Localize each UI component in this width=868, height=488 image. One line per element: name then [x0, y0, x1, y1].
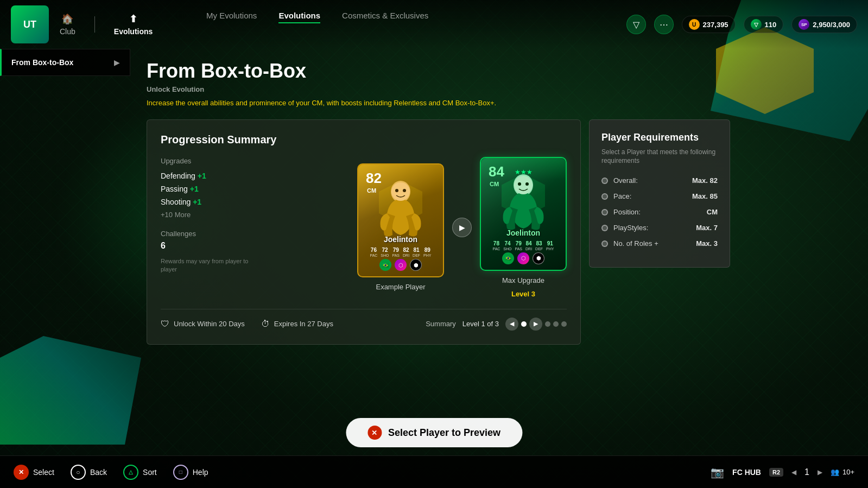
- expires-days-info: ⏱ Expires In 27 Days: [261, 319, 333, 329]
- level-label: Level 1 of 3: [462, 320, 499, 328]
- nav-evolutions[interactable]: ⬆ Evolutions: [114, 13, 153, 36]
- req-name-pace: Pace:: [613, 192, 631, 200]
- requirements-panel: Player Requirements Select a Player that…: [589, 119, 730, 268]
- svg-point-5: [514, 176, 533, 194]
- example-card-stats: 76PAC 72SHO 79PAS 82DRI 81DEF 89PHY: [370, 247, 431, 257]
- level-dot-4: [561, 321, 567, 327]
- currency-shield: ▽ 110: [744, 16, 784, 33]
- challenges-count: 6: [161, 241, 346, 251]
- sidebar: From Box-to-Box ▶: [0, 49, 130, 76]
- settings-icon-btn[interactable]: ⋯: [654, 15, 674, 34]
- bottom-right: 📷 FC HUB R2 ◀ 1 ▶ 👥 10+: [711, 466, 854, 479]
- example-card-name: Joelinton: [384, 235, 417, 244]
- main-content: From Box-to-Box Unlock Evolution Increas…: [130, 49, 868, 455]
- camera-icon: 📷: [711, 466, 724, 479]
- subnav-evolutions[interactable]: Evolutions: [278, 11, 320, 23]
- level-dots: ◀ ▶: [505, 318, 567, 331]
- club-badge: ⬡: [395, 259, 407, 271]
- expires-icon: ⏱: [261, 319, 270, 329]
- player-count: 👥 10+: [831, 468, 854, 476]
- sidebar-item-box-to-box[interactable]: From Box-to-Box ▶: [0, 49, 130, 76]
- fc-hub-label: FC HUB: [732, 468, 761, 477]
- nav-right-icon: ▶: [818, 468, 822, 476]
- nav-divider: [94, 16, 95, 33]
- action-help: □ Help: [173, 465, 208, 480]
- level-prev-btn[interactable]: ◀: [505, 318, 518, 331]
- req-dot-position: [601, 209, 608, 216]
- req-dot-pace: [601, 193, 608, 200]
- currency-coins: U 237,395: [682, 16, 736, 33]
- req-name-roles: No. of Roles +: [613, 239, 658, 248]
- main-nav: 🏠 Club ⬆ Evolutions: [60, 13, 153, 36]
- req-dot-overall: [601, 178, 608, 184]
- svg-point-2: [395, 189, 398, 192]
- req-dot-roles: [601, 240, 608, 247]
- req-roles: No. of Roles + Max. 3: [601, 239, 718, 248]
- triangle-btn-icon: △: [123, 465, 138, 480]
- action-back: ○ Back: [71, 465, 107, 480]
- expires-days-label: Expires In 27 Days: [274, 320, 333, 328]
- sp-icon: SP: [799, 19, 809, 30]
- action-help-label: Help: [193, 468, 208, 477]
- progression-inner: Upgrades Defending +1 Passing +1 Shootin…: [161, 157, 567, 298]
- upgrade-passing: Passing +1: [161, 185, 346, 193]
- action-sort: △ Sort: [123, 465, 157, 480]
- bottom-bar: ✕ Select ○ Back △ Sort □ Help 📷 FC HUB R…: [0, 455, 868, 488]
- upgrade-card-sublabel: Level 3: [511, 290, 535, 298]
- svg-text:★★★: ★★★: [515, 168, 533, 176]
- challenges-label: Challenges: [161, 230, 346, 238]
- svg-point-7: [525, 182, 529, 186]
- level-dot-1: [521, 321, 527, 327]
- page-description: Increase the overall abilities and promi…: [147, 98, 559, 109]
- unlock-days-info: 🛡 Unlock Within 20 Days: [161, 319, 245, 329]
- league-badge: ⬢: [410, 259, 422, 271]
- select-btn-x-icon: ✕: [368, 426, 382, 440]
- unlock-label: Unlock Evolution: [147, 85, 852, 93]
- club-icon: 🏠: [61, 13, 73, 25]
- rewards-note: Rewards may vary from player to player: [161, 257, 258, 274]
- panels-row: Progression Summary Upgrades Defending +…: [147, 119, 852, 345]
- shield-currency-icon: ▽: [751, 19, 762, 30]
- example-player-card: 82 CM: [357, 163, 444, 277]
- filter-icon-btn[interactable]: ▽: [626, 15, 646, 34]
- nav-count: 1: [804, 467, 809, 477]
- currency-sp: SP 2,950/3,000: [791, 16, 857, 33]
- action-sort-label: Sort: [143, 468, 157, 477]
- req-value-position: CM: [707, 208, 718, 216]
- unlock-days-label: Unlock Within 20 Days: [174, 320, 245, 328]
- nav-club[interactable]: 🏠 Club: [60, 13, 75, 36]
- upgrade-card-badges: 🇧🇷 ⬡ ⬢: [502, 252, 544, 264]
- nav-left-icon: ◀: [791, 468, 796, 476]
- action-back-label: Back: [90, 468, 107, 477]
- league-badge-2: ⬢: [533, 252, 544, 264]
- req-value-playstyles: Max. 7: [696, 224, 718, 232]
- r2-badge: R2: [769, 468, 783, 477]
- req-name-overall: Overall:: [613, 176, 638, 185]
- cross-btn-icon: ✕: [14, 465, 29, 480]
- req-name-playstyles: PlayStyles:: [613, 224, 648, 232]
- example-card-wrapper: 82 CM: [357, 163, 444, 291]
- unlock-icon: 🛡: [161, 319, 169, 329]
- level-next-btn[interactable]: ▶: [529, 318, 542, 331]
- example-player-image: [368, 173, 433, 243]
- level-dot-2: [545, 321, 550, 327]
- req-value-pace: Max. 85: [692, 192, 718, 200]
- upgrade-card-name: Joelinton: [506, 229, 540, 237]
- card-arrow-btn[interactable]: ▶: [452, 218, 472, 237]
- progression-title: Progression Summary: [161, 134, 567, 146]
- player-count-icon: 👥: [831, 468, 839, 476]
- more-upgrades-link[interactable]: +10 More: [161, 211, 346, 219]
- subnav-cosmetics[interactable]: Cosmetics & Exclusives: [342, 11, 428, 23]
- circle-btn-icon: ○: [71, 465, 86, 480]
- evolutions-icon: ⬆: [129, 13, 137, 25]
- req-overall: Overall: Max. 82: [601, 176, 718, 185]
- player-count-value: 10+: [842, 468, 854, 476]
- req-subtitle: Select a Player that meets the following…: [601, 148, 718, 166]
- subnav-my-evolutions[interactable]: My Evolutions: [206, 11, 257, 23]
- progression-panel: Progression Summary Upgrades Defending +…: [147, 119, 581, 345]
- req-value-roles: Max. 3: [696, 239, 718, 248]
- select-player-button[interactable]: ✕ Select Player to Preview: [346, 418, 522, 447]
- req-dot-playstyles: [601, 225, 608, 231]
- upgrade-card-wrapper: 84 CM: [480, 157, 567, 298]
- sub-nav: My Evolutions Evolutions Cosmetics & Exc…: [206, 11, 428, 23]
